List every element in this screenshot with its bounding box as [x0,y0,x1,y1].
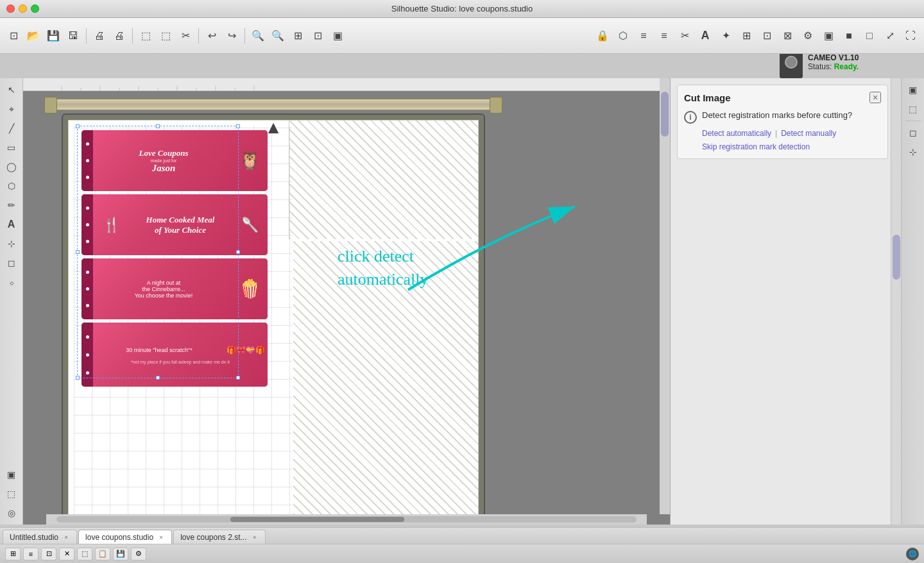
copy-style-button[interactable]: ⬚ [136,26,155,46]
dot1 [86,335,89,339]
coupon-1-title: Love Coupons [139,148,189,158]
svg-rect-0 [23,78,670,91]
zoom-out-button[interactable]: 🔍 [268,26,287,46]
close-button[interactable] [6,4,15,13]
zoom-select-button[interactable]: ⊡ [308,26,327,46]
status-paste[interactable]: 📋 [95,548,110,560]
coupon-3-text: A night out at the Cinnebarre... You cho… [96,280,232,299]
stroke-button[interactable]: □ [860,26,879,46]
zoom-actual-button[interactable]: ▣ [328,26,347,46]
print-cut-button[interactable]: 🖨 [110,26,129,46]
knife-button[interactable]: ⊡ [757,26,776,46]
lock-icon[interactable]: 🔒 [593,26,612,46]
new-button[interactable]: ⊡ [4,26,23,46]
status-delete[interactable]: ✕ [59,548,74,560]
coupon-2-line2: of Your Choice [155,225,206,235]
replicate-button[interactable]: ⊞ [737,26,756,46]
status-zoom-fit[interactable]: ⊡ [41,548,56,560]
fill-tool[interactable]: ⬦ [3,273,21,291]
zoom-fit-button[interactable]: ⊞ [288,26,307,46]
maximize-button[interactable] [31,4,39,13]
cut-image-close-button[interactable]: × [869,92,881,103]
tab-love-coupons-close[interactable]: × [157,534,165,541]
rect-tool[interactable]: ▭ [3,139,21,156]
cameo-title: CAMEO V1.10 [808,53,859,62]
panel-vscroll[interactable] [891,78,901,525]
ellipse-tool[interactable]: ◯ [3,158,21,176]
layers-button[interactable]: ⬡ [613,26,633,46]
print-button[interactable]: 🖨 [90,26,109,46]
canvas-hscroll[interactable] [46,514,647,525]
tab-love-coupons-2-label: love coupons 2.st... [180,533,246,542]
expand-button[interactable]: ⤢ [880,26,900,46]
tab-love-coupons-2[interactable]: love coupons 2.st... × [173,530,265,544]
cameo-info: CAMEO V1.10 Status: Ready. [808,53,859,71]
text-tool-button[interactable]: A [696,26,715,46]
status-settings[interactable]: ⚙ [131,548,146,560]
eraser-tool[interactable]: ◻ [3,254,21,272]
status-list-view[interactable]: ≡ [23,548,38,560]
save-as-button[interactable]: 🖫 [64,26,83,46]
node-tool[interactable]: ⌖ [3,100,21,118]
zoom-in-button[interactable]: 🔍 [248,26,268,46]
window-title: Silhouette Studio: love coupons.studio [391,4,533,13]
right-tool-1[interactable]: ▣ [904,81,922,99]
tab-love-coupons[interactable]: love coupons.studio × [78,530,172,544]
file-tools: ⊡ 📂 💾 🖫 [4,26,83,46]
cut-image-header: Cut Image × [684,92,881,103]
polygon-tool[interactable]: ⬡ [3,177,21,195]
paste-style-button[interactable]: ⬚ [156,26,175,46]
scissor-button[interactable]: ✂ [675,26,694,46]
detect-manually-link[interactable]: Detect manually [781,129,836,138]
color-button[interactable]: ■ [839,26,859,46]
minimize-button[interactable] [19,4,27,13]
skip-detection-link[interactable]: Skip registration mark detection [702,142,810,151]
canvas-vscroll[interactable] [660,78,670,514]
pointer-tool[interactable]: ↖ [3,81,21,99]
transform-button[interactable]: ✦ [716,26,735,46]
tab-untitled-close[interactable]: × [62,534,70,541]
separator3 [198,28,199,44]
status-save[interactable]: 💾 [113,548,128,560]
separator1 [86,28,87,44]
save-button[interactable]: 💾 [44,26,63,46]
cut-button[interactable]: ✂ [176,26,195,46]
hatch-top-right [289,121,478,239]
fullscreen-button[interactable]: ⛶ [901,26,920,46]
right-tool-2[interactable]: ⬚ [904,100,922,118]
tab-untitled[interactable]: Untitled.studio × [3,530,77,544]
fill-button[interactable]: ▣ [819,26,838,46]
tab-bar: Untitled.studio × love coupons.studio × … [0,527,924,544]
coupon-1: Love Coupons made just for Jason 🦉 [81,130,268,191]
eraser-button[interactable]: ⊠ [778,26,797,46]
right-tool-4[interactable]: ⊹ [904,143,922,161]
pencil-tool[interactable]: ✏ [3,196,21,214]
rsb-divider1 [905,121,921,121]
cameo-status-value: Ready. [834,62,859,71]
open-button[interactable]: 📂 [24,26,43,46]
media-panel-button[interactable]: ▣ [3,466,21,483]
vscroll-thumb[interactable] [661,92,669,137]
tab-love-coupons-2-close[interactable]: × [251,534,259,541]
undo-button[interactable]: ↩ [202,26,221,46]
settings-button[interactable]: ⚙ [798,26,817,46]
dot1 [86,142,89,146]
align-button[interactable]: ≡ [634,26,653,46]
right-tool-3[interactable]: ◻ [904,124,922,142]
send-panel-button[interactable]: ◎ [3,504,21,522]
status-grid-view[interactable]: ⊞ [5,548,21,560]
measure-tool[interactable]: ⊹ [3,235,21,253]
canvas-area[interactable]: Love Coupons made just for Jason 🦉 [23,78,670,525]
align2-button[interactable]: ≡ [654,26,674,46]
text-tool[interactable]: A [3,215,21,233]
hscroll-thumb[interactable] [230,517,404,522]
detect-automatically-link[interactable]: Detect automatically [702,129,771,138]
layers-panel-button[interactable]: ⬚ [3,485,21,503]
redo-button[interactable]: ↪ [222,26,241,46]
coupon-1-text: Love Coupons made just for Jason [96,148,232,174]
line-tool[interactable]: ╱ [3,119,21,137]
right-tools: 🔒 ⬡ ≡ ≡ ✂ A ✦ ⊞ ⊡ ⊠ ⚙ ▣ ■ □ ⤢ ⛶ [593,26,920,46]
panel-vscroll-thumb[interactable] [893,235,900,280]
cameo-status-label: Status: [808,62,832,71]
status-copy[interactable]: ⬚ [77,548,92,560]
